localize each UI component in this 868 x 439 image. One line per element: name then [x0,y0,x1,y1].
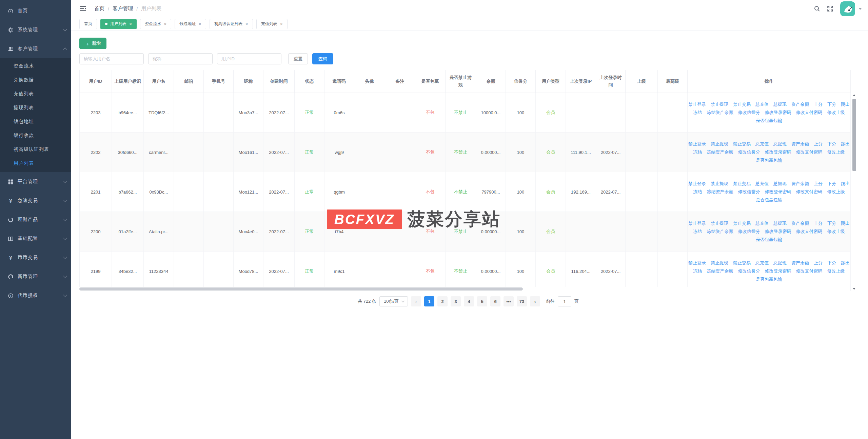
tab-fund-flow[interactable]: 资金流水× [140,19,171,29]
op-add-score[interactable]: 上分 [814,260,823,266]
nickname-input[interactable] [148,53,213,64]
op-edit-pay-password[interactable]: 修改支付密码 [796,149,823,155]
sidebar-subitem-fund-flow[interactable]: 资金流水 [0,59,71,73]
op-edit-credit[interactable]: 修改信誉分 [738,268,760,274]
op-ban-login[interactable]: 禁止登录 [688,101,706,107]
reset-button[interactable]: 重置 [288,53,308,64]
op-ban-trade[interactable]: 禁止交易 [733,220,751,226]
close-icon[interactable]: × [280,22,283,26]
op-total-recharge[interactable]: 总充值 [755,101,769,107]
op-asset-balance[interactable]: 资产余额 [791,181,809,187]
sidebar-item-platform-management[interactable]: 平台管理 [0,172,71,191]
close-icon[interactable]: × [164,22,166,26]
fullscreen-icon[interactable] [827,5,833,12]
op-add-score[interactable]: 上分 [814,141,823,147]
tab-recharge-list[interactable]: 充值列表× [256,19,288,29]
horizontal-scrollbar-thumb[interactable] [79,287,523,291]
op-edit-login-password[interactable]: 修改登录密码 [765,149,791,155]
sidebar-item-wealth-products[interactable]: 理财产品 [0,210,71,229]
op-ban-trade[interactable]: 禁止交易 [733,141,751,147]
page-button-2[interactable]: 2 [437,296,448,306]
add-button[interactable]: ＋新增 [79,38,106,49]
breadcrumb-item-1[interactable]: 客户管理 [113,5,133,12]
sidebar-subitem-recharge-list[interactable]: 充值列表 [0,87,71,101]
op-ban-trade[interactable]: 禁止交易 [733,181,751,187]
scroll-down-icon[interactable] [853,288,855,290]
op-edit-pay-password[interactable]: 修改支付密码 [796,109,823,116]
op-ban-trade[interactable]: 禁止交易 [733,260,751,266]
op-edit-pay-password[interactable]: 修改支付密码 [796,189,823,195]
op-add-score[interactable]: 上分 [814,181,823,187]
page-button-5[interactable]: 5 [477,296,487,306]
page-size-select[interactable]: 10条/页 [379,296,408,306]
op-edit-superior[interactable]: 修改上级 [827,109,845,116]
op-edit-credit[interactable]: 修改信誉分 [738,149,760,155]
op-total-withdraw[interactable]: 总提现 [773,181,787,187]
sidebar-item-token-auth[interactable]: T代币授权 [0,286,71,305]
op-edit-login-password[interactable]: 修改登录密码 [765,228,791,235]
op-freeze[interactable]: 冻结 [693,149,702,155]
op-win-lose-control[interactable]: 是否包赢包输 [756,197,782,203]
goto-page-input[interactable] [558,296,571,306]
op-freeze-asset-balance[interactable]: 冻结资产余额 [707,228,733,235]
op-ban-login[interactable]: 禁止登录 [688,141,706,147]
op-sub-score[interactable]: 下分 [827,260,836,266]
sidebar-subitem-withdraw-list[interactable]: 提现列表 [0,101,71,115]
tab-user-list[interactable]: 用户列表× [100,19,137,29]
sidebar-subitem-wallet-address[interactable]: 钱包地址 [0,115,71,128]
horizontal-scrollbar[interactable] [79,287,844,291]
op-ban-login[interactable]: 禁止登录 [688,181,706,187]
op-edit-login-password[interactable]: 修改登录密码 [765,109,791,116]
op-total-recharge[interactable]: 总充值 [755,181,769,187]
op-freeze[interactable]: 冻结 [693,228,702,235]
op-add-score[interactable]: 上分 [814,220,823,226]
op-kick-out[interactable]: 踢出 [841,220,850,226]
op-total-recharge[interactable]: 总充值 [755,220,769,226]
query-button[interactable]: 查询 [312,53,333,64]
sidebar-item-basic-config[interactable]: 基础配置 [0,229,71,248]
op-asset-balance[interactable]: 资产余额 [791,220,809,226]
op-ban-withdraw[interactable]: 禁止提现 [711,141,728,147]
op-freeze[interactable]: 冻结 [693,268,702,274]
close-icon[interactable]: × [245,22,248,26]
op-win-lose-control[interactable]: 是否包赢包输 [756,157,782,163]
op-total-withdraw[interactable]: 总提现 [773,220,787,226]
menu-collapse-icon[interactable] [80,6,87,12]
sidebar-item-new-coin-management[interactable]: 新币管理 [0,267,71,286]
op-ban-withdraw[interactable]: 禁止提现 [711,101,728,107]
op-total-withdraw[interactable]: 总提现 [773,141,787,147]
page-button-73[interactable]: 73 [517,296,527,306]
op-asset-balance[interactable]: 资产余额 [791,101,809,107]
next-page-button[interactable]: › [530,296,540,306]
chevron-down-icon[interactable] [859,8,862,10]
tab-cert-list[interactable]: 初高级认证列表× [210,19,253,29]
op-sub-score[interactable]: 下分 [827,181,836,187]
sidebar-subitem-user-list[interactable]: 用户列表 [0,156,71,170]
op-edit-pay-password[interactable]: 修改支付密码 [796,268,823,274]
sidebar-item-system-management[interactable]: 系统管理 [0,20,71,39]
op-freeze[interactable]: 冻结 [693,189,702,195]
op-edit-superior[interactable]: 修改上级 [827,268,845,274]
username-input[interactable] [79,53,144,64]
op-freeze[interactable]: 冻结 [693,109,702,116]
page-button-4[interactable]: 4 [464,296,474,306]
op-asset-balance[interactable]: 资产余额 [791,141,809,147]
tab-wallet-address[interactable]: 钱包地址× [175,19,206,29]
op-sub-score[interactable]: 下分 [827,101,836,107]
op-freeze-asset-balance[interactable]: 冻结资产余额 [707,149,733,155]
prev-page-button[interactable]: ‹ [411,296,421,306]
op-total-withdraw[interactable]: 总提现 [773,101,787,107]
close-icon[interactable]: × [129,22,132,26]
op-ban-trade[interactable]: 禁止交易 [733,101,751,107]
op-edit-superior[interactable]: 修改上级 [827,149,845,155]
vertical-scrollbar-thumb[interactable] [852,99,856,171]
close-icon[interactable]: × [198,22,201,26]
op-total-withdraw[interactable]: 总提现 [773,260,787,266]
op-win-lose-control[interactable]: 是否包赢包输 [756,118,782,124]
op-total-recharge[interactable]: 总充值 [755,260,769,266]
sidebar-subitem-bank-collection[interactable]: 银行收款 [0,128,71,142]
op-sub-score[interactable]: 下分 [827,220,836,226]
op-kick-out[interactable]: 踢出 [841,141,850,147]
sidebar-item-coin-trade[interactable]: ¥币币交易 [0,248,71,267]
op-kick-out[interactable]: 踢出 [841,181,850,187]
